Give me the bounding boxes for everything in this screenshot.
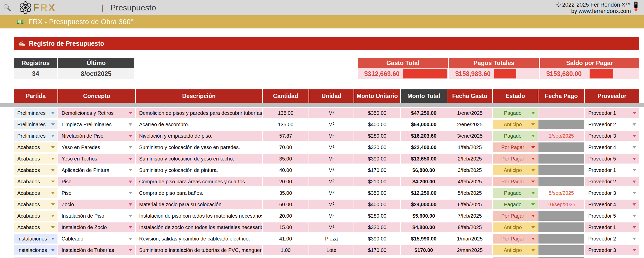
dropdown-arrow-icon[interactable] xyxy=(531,123,535,126)
dropdown-arrow-icon[interactable] xyxy=(51,123,55,126)
dropdown-arrow-icon[interactable] xyxy=(129,181,132,183)
concepto-dropdown-cell[interactable]: Nivelación de Piso xyxy=(58,131,135,141)
dropdown-arrow-icon[interactable] xyxy=(51,146,55,149)
proveedor-dropdown-cell[interactable]: Proveedor 2 xyxy=(585,177,639,186)
dropdown-arrow-icon[interactable] xyxy=(51,249,55,251)
dropdown-arrow-icon[interactable] xyxy=(531,169,535,171)
dropdown-arrow-icon[interactable] xyxy=(633,112,636,114)
concepto-dropdown-cell[interactable]: Piso xyxy=(58,188,135,198)
dropdown-arrow-icon[interactable] xyxy=(129,203,132,206)
dropdown-arrow-icon[interactable] xyxy=(129,226,132,229)
partida-dropdown-cell[interactable]: Instalaciones xyxy=(14,257,57,258)
proveedor-dropdown-cell[interactable]: Proveedor 1 xyxy=(585,222,639,232)
dropdown-arrow-icon[interactable] xyxy=(129,135,132,137)
partida-dropdown-cell[interactable]: Acabados xyxy=(14,200,57,209)
concepto-dropdown-cell[interactable]: Cableado xyxy=(58,234,135,244)
dropdown-arrow-icon[interactable] xyxy=(129,146,132,149)
dropdown-arrow-icon[interactable] xyxy=(531,192,535,194)
estado-dropdown-cell[interactable]: Anticipo xyxy=(493,245,538,255)
partida-dropdown-cell[interactable]: Acabados xyxy=(14,177,57,186)
dropdown-arrow-icon[interactable] xyxy=(51,203,55,206)
dropdown-arrow-icon[interactable] xyxy=(633,146,636,149)
dropdown-arrow-icon[interactable] xyxy=(633,249,636,251)
dropdown-arrow-icon[interactable] xyxy=(633,238,636,240)
dropdown-arrow-icon[interactable] xyxy=(129,215,132,217)
proveedor-dropdown-cell[interactable]: Proveedor 2 xyxy=(585,234,639,244)
dropdown-arrow-icon[interactable] xyxy=(531,158,535,160)
partida-dropdown-cell[interactable]: Acabados xyxy=(14,188,57,198)
concepto-dropdown-cell[interactable]: Yeso en Techos xyxy=(58,154,135,164)
dropdown-arrow-icon[interactable] xyxy=(129,112,132,114)
partida-dropdown-cell[interactable]: Preliminares xyxy=(14,120,57,129)
dropdown-arrow-icon[interactable] xyxy=(633,215,636,217)
proveedor-dropdown-cell[interactable]: Proveedor 3 xyxy=(585,188,639,198)
estado-dropdown-cell[interactable]: Por Pagar xyxy=(493,257,538,258)
dropdown-arrow-icon[interactable] xyxy=(531,249,535,251)
dropdown-arrow-icon[interactable] xyxy=(51,158,55,160)
dropdown-arrow-icon[interactable] xyxy=(51,135,55,137)
concepto-dropdown-cell[interactable]: Instalación de Zoclo xyxy=(58,222,135,232)
partida-dropdown-cell[interactable]: Preliminares xyxy=(14,131,57,141)
dropdown-arrow-icon[interactable] xyxy=(51,192,55,194)
concepto-dropdown-cell[interactable]: Baños y Lavandería xyxy=(58,257,135,258)
dropdown-arrow-icon[interactable] xyxy=(633,181,636,183)
dropdown-arrow-icon[interactable] xyxy=(531,215,535,217)
dropdown-arrow-icon[interactable] xyxy=(531,146,535,149)
proveedor-dropdown-cell[interactable]: Proveedor 5 xyxy=(585,211,639,221)
concepto-dropdown-cell[interactable]: Zoclo xyxy=(58,200,135,209)
proveedor-dropdown-cell[interactable]: Proveedor 5 xyxy=(585,154,639,164)
dropdown-arrow-icon[interactable] xyxy=(531,203,535,206)
dropdown-arrow-icon[interactable] xyxy=(531,135,535,137)
estado-dropdown-cell[interactable]: Pagado xyxy=(493,131,538,141)
estado-dropdown-cell[interactable]: Pagado xyxy=(493,200,538,209)
proveedor-dropdown-cell[interactable]: Proveedor 1 xyxy=(585,108,639,118)
partida-dropdown-cell[interactable]: Preliminares xyxy=(14,108,57,118)
dropdown-arrow-icon[interactable] xyxy=(531,181,535,183)
dropdown-arrow-icon[interactable] xyxy=(633,123,636,126)
dropdown-arrow-icon[interactable] xyxy=(51,238,55,240)
dropdown-arrow-icon[interactable] xyxy=(129,123,132,126)
dropdown-arrow-icon[interactable] xyxy=(531,226,535,229)
frozen-row-divider[interactable] xyxy=(0,103,644,107)
proveedor-dropdown-cell[interactable]: Proveedor 4 xyxy=(585,200,639,209)
dropdown-arrow-icon[interactable] xyxy=(129,238,132,240)
concepto-dropdown-cell[interactable]: Instalación de Tuberías xyxy=(58,245,135,255)
concepto-dropdown-cell[interactable]: Aplicación de Pintura xyxy=(58,165,135,175)
estado-dropdown-cell[interactable]: Por Pagar xyxy=(493,154,538,164)
estado-dropdown-cell[interactable]: Por Pagar xyxy=(493,142,538,152)
estado-dropdown-cell[interactable]: Por Pagar xyxy=(493,177,538,186)
estado-dropdown-cell[interactable]: Por Pagar xyxy=(493,211,538,221)
partida-dropdown-cell[interactable]: Acabados xyxy=(14,154,57,164)
proveedor-dropdown-cell[interactable]: Proveedor 2 xyxy=(585,120,639,129)
dropdown-arrow-icon[interactable] xyxy=(51,215,55,217)
dropdown-arrow-icon[interactable] xyxy=(129,192,132,194)
dropdown-arrow-icon[interactable] xyxy=(633,169,636,171)
proveedor-dropdown-cell[interactable]: Proveedor 4 xyxy=(585,142,639,152)
estado-dropdown-cell[interactable]: Pagado xyxy=(493,108,538,118)
dropdown-arrow-icon[interactable] xyxy=(633,158,636,160)
proveedor-dropdown-cell[interactable]: Proveedor 1 xyxy=(585,165,639,175)
dropdown-arrow-icon[interactable] xyxy=(633,192,636,194)
estado-dropdown-cell[interactable]: Anticipo xyxy=(493,222,538,232)
dropdown-arrow-icon[interactable] xyxy=(129,169,132,171)
partida-dropdown-cell[interactable]: Acabados xyxy=(14,165,57,175)
dropdown-arrow-icon[interactable] xyxy=(51,112,55,114)
estado-dropdown-cell[interactable]: Por Pagar xyxy=(493,234,538,244)
dropdown-arrow-icon[interactable] xyxy=(633,226,636,229)
dropdown-arrow-icon[interactable] xyxy=(633,203,636,206)
concepto-dropdown-cell[interactable]: Demoliciones y Retiros xyxy=(58,108,135,118)
dropdown-arrow-icon[interactable] xyxy=(129,249,132,251)
concepto-dropdown-cell[interactable]: Yeso en Paredes xyxy=(58,142,135,152)
partida-dropdown-cell[interactable]: Instalaciones xyxy=(14,234,57,244)
dropdown-arrow-icon[interactable] xyxy=(129,158,132,160)
dropdown-arrow-icon[interactable] xyxy=(51,169,55,171)
proveedor-dropdown-cell[interactable]: Proveedor 4 xyxy=(585,257,639,258)
dropdown-arrow-icon[interactable] xyxy=(51,226,55,229)
dropdown-arrow-icon[interactable] xyxy=(633,135,636,137)
proveedor-dropdown-cell[interactable]: Proveedor 3 xyxy=(585,245,639,255)
estado-dropdown-cell[interactable]: Anticipo xyxy=(493,120,538,129)
search-icon[interactable]: 🔍 xyxy=(3,4,11,12)
estado-dropdown-cell[interactable]: Pagado xyxy=(493,188,538,198)
partida-dropdown-cell[interactable]: Acabados xyxy=(14,142,57,152)
concepto-dropdown-cell[interactable]: Instalación de Piso xyxy=(58,211,135,221)
